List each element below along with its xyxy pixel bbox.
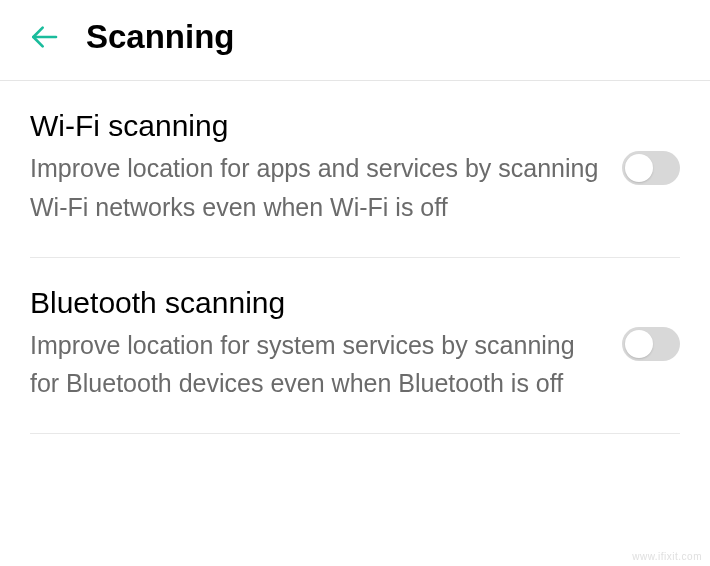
- settings-list: Wi-Fi scanning Improve location for apps…: [0, 81, 710, 434]
- header: Scanning: [0, 0, 710, 81]
- back-arrow-icon[interactable]: [28, 21, 60, 53]
- setting-text: Bluetooth scanning Improve location for …: [30, 286, 622, 404]
- bluetooth-scanning-toggle[interactable]: [622, 327, 680, 361]
- setting-description: Improve location for apps and services b…: [30, 149, 602, 227]
- wifi-scanning-toggle[interactable]: [622, 151, 680, 185]
- setting-description: Improve location for system services by …: [30, 326, 602, 404]
- setting-title: Bluetooth scanning: [30, 286, 602, 320]
- setting-wifi-scanning[interactable]: Wi-Fi scanning Improve location for apps…: [30, 81, 680, 258]
- setting-bluetooth-scanning[interactable]: Bluetooth scanning Improve location for …: [30, 258, 680, 435]
- setting-text: Wi-Fi scanning Improve location for apps…: [30, 109, 622, 227]
- page-title: Scanning: [86, 18, 235, 56]
- setting-title: Wi-Fi scanning: [30, 109, 602, 143]
- watermark: www.ifixit.com: [632, 551, 702, 562]
